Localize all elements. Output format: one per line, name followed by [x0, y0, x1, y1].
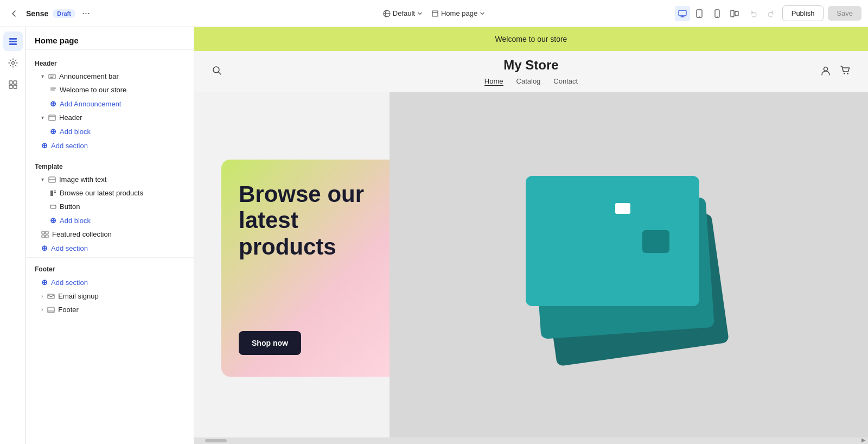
- email-signup-label: Email signup: [58, 292, 98, 300]
- add-icon: ⊕: [41, 244, 48, 252]
- panel-title: Home page: [26, 27, 194, 50]
- panel-scroll: Header ▾ Announcement bar Welcome to our…: [26, 50, 194, 444]
- hero-card: Browse our latest products Shop now: [221, 160, 406, 377]
- nav-link-contact[interactable]: Contact: [553, 77, 578, 86]
- tree-item-header[interactable]: ▾ Header: [26, 111, 194, 124]
- svg-point-32: [824, 67, 828, 71]
- button-icon: [50, 204, 56, 210]
- undo-button[interactable]: [746, 6, 762, 21]
- svg-rect-10: [9, 43, 17, 45]
- tshirt-label: [615, 203, 630, 214]
- svg-rect-25: [42, 231, 44, 234]
- icon-sidebar: [0, 27, 26, 444]
- footer-icon: [47, 306, 55, 314]
- nav-right: [691, 65, 851, 79]
- svg-point-11: [11, 62, 14, 65]
- tree-item-announcement-bar[interactable]: ▾ Announcement bar: [26, 69, 194, 83]
- svg-rect-6: [731, 10, 734, 17]
- header-label: Header: [59, 113, 82, 122]
- chevron-icon: ▾: [41, 73, 44, 79]
- canvas-hscroll[interactable]: ▶: [194, 437, 868, 444]
- tree-item-add-section-1[interactable]: ⊕ Add section: [26, 138, 194, 153]
- desktop-view-button[interactable]: [675, 6, 690, 21]
- svg-rect-9: [9, 41, 17, 42]
- svg-rect-24: [50, 205, 56, 208]
- account-icon[interactable]: [820, 65, 831, 79]
- sidebar-icon-layers[interactable]: [3, 31, 23, 51]
- tree-item-button[interactable]: Button: [26, 200, 194, 213]
- redo-button[interactable]: [763, 6, 778, 21]
- tree-item-welcome[interactable]: Welcome to our store: [26, 83, 194, 97]
- nav-center: My Store Home Catalog Contact: [372, 58, 691, 86]
- store-nav: My Store Home Catalog Contact: [194, 51, 868, 92]
- tablet-view-button[interactable]: [692, 6, 707, 21]
- sidebar-icon-grid[interactable]: [3, 75, 23, 94]
- tree-item-add-block-1[interactable]: ⊕ Add block: [26, 124, 194, 138]
- add-section-label-1: Add section: [51, 142, 88, 150]
- mobile-view-button[interactable]: [710, 6, 725, 21]
- svg-rect-27: [42, 235, 44, 238]
- svg-rect-19: [49, 115, 55, 120]
- svg-rect-21: [50, 191, 53, 196]
- chevron-icon: ›: [41, 307, 43, 313]
- hero-right: [390, 92, 868, 444]
- chevron-icon: ▾: [41, 176, 44, 182]
- topbar-right: Publish Save: [579, 5, 861, 21]
- image-text-icon: [48, 176, 56, 183]
- tree-item-add-section-2[interactable]: ⊕ Add section: [26, 241, 194, 255]
- more-button[interactable]: ···: [80, 5, 92, 21]
- shop-now-button[interactable]: Shop now: [239, 331, 301, 355]
- hscroll-right-arrow[interactable]: ▶: [861, 437, 866, 443]
- viewport-selector[interactable]: Default: [383, 9, 423, 17]
- sidebar-icon-settings[interactable]: [3, 53, 23, 73]
- add-announcement-label: Add Announcement: [60, 100, 121, 108]
- svg-rect-8: [9, 38, 17, 40]
- svg-point-34: [847, 73, 848, 74]
- section-label-footer: Footer: [26, 260, 194, 275]
- welcome-text-label: Welcome to our store: [60, 86, 126, 94]
- announcement-bar-label: Announcement bar: [59, 72, 119, 80]
- add-icon: ⊕: [50, 99, 56, 108]
- back-button[interactable]: [7, 6, 22, 21]
- section-label-header: Header: [26, 54, 194, 69]
- nav-links: Home Catalog Contact: [484, 77, 578, 86]
- search-icon[interactable]: [212, 65, 222, 79]
- topbar: Sense Draft ··· Default Home page: [0, 0, 868, 27]
- publish-button[interactable]: Publish: [782, 5, 824, 21]
- svg-rect-18: [50, 90, 55, 91]
- add-icon: ⊕: [41, 278, 48, 287]
- email-icon: [47, 293, 55, 300]
- tree-item-add-section-3[interactable]: ⊕ Add section: [26, 275, 194, 289]
- nav-link-home[interactable]: Home: [484, 77, 503, 86]
- section-label-template: Template: [26, 157, 194, 173]
- tshirt-layer-top: [526, 176, 699, 306]
- announcement-bar-icon: [48, 73, 56, 80]
- svg-point-5: [717, 16, 718, 17]
- tree-item-footer[interactable]: › Footer: [26, 303, 194, 316]
- text-block-icon: [50, 190, 56, 196]
- save-button[interactable]: Save: [828, 6, 861, 21]
- add-block-label-2: Add block: [60, 217, 91, 225]
- store-name: My Store: [503, 58, 558, 73]
- svg-rect-28: [46, 235, 48, 238]
- split-view-button[interactable]: [727, 6, 742, 21]
- button-label: Button: [60, 202, 80, 211]
- header-icon: [48, 114, 56, 122]
- nav-link-catalog[interactable]: Catalog: [516, 77, 541, 86]
- add-icon: ⊕: [41, 141, 48, 150]
- cart-icon[interactable]: [840, 65, 851, 79]
- svg-rect-17: [50, 87, 56, 88]
- tree-item-email-signup[interactable]: › Email signup: [26, 289, 194, 303]
- tree-item-add-announcement[interactable]: ⊕ Add Announcement: [26, 97, 194, 111]
- draft-badge: Draft: [53, 9, 75, 18]
- tree-item-browse-text[interactable]: Browse our latest products: [26, 186, 194, 200]
- topbar-left: Sense Draft ···: [7, 5, 289, 21]
- image-with-text-label: Image with text: [59, 175, 106, 183]
- tree-item-image-with-text[interactable]: ▾ Image with text: [26, 173, 194, 186]
- separator-1: [26, 155, 194, 155]
- page-selector[interactable]: Home page: [431, 9, 485, 17]
- add-block-label-1: Add block: [60, 128, 91, 136]
- app-name: Sense: [26, 9, 48, 18]
- tree-item-add-block-2[interactable]: ⊕ Add block: [26, 213, 194, 227]
- tree-item-featured-collection[interactable]: Featured collection: [26, 227, 194, 241]
